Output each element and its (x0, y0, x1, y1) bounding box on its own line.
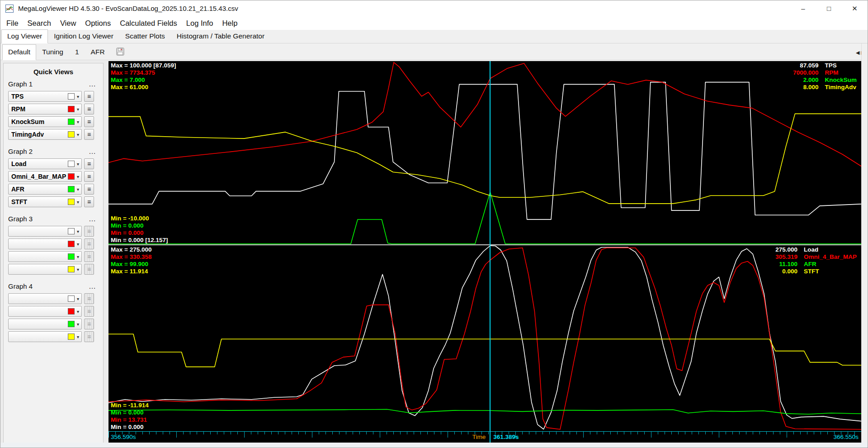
timeline-tick (590, 432, 590, 434)
view-tab-afr[interactable]: AFR (85, 44, 111, 60)
channel-select[interactable]: ▾ (8, 226, 82, 237)
channel-color-swatch (68, 241, 75, 247)
legend-name: RPM (825, 69, 838, 76)
group-menu-button[interactable]: … (89, 149, 98, 154)
minimize-button[interactable]: – (790, 0, 816, 17)
channel-select[interactable]: ▾ (8, 238, 82, 249)
save-view-button[interactable] (114, 46, 126, 57)
timeline-tick (665, 432, 665, 434)
channel-row: ▾≡ (8, 293, 99, 304)
channel-menu-button[interactable]: ≡ (84, 158, 94, 169)
tab-scatter-plots[interactable]: Scatter Plots (119, 29, 171, 43)
graph1-max-labels: Max = 100.000 [87.059]Max = 7734.375Max … (111, 62, 176, 91)
channel-select-omni-4-bar-map[interactable]: Omni_4_Bar_MAP▾ (8, 171, 82, 182)
timeline-tick (258, 432, 258, 434)
channel-menu-button[interactable]: ≡ (84, 184, 94, 195)
channel-label: STFT (11, 198, 68, 205)
channel-color-swatch (68, 308, 75, 315)
timeline-tick (441, 432, 441, 434)
channel-select-knocksum[interactable]: KnockSum▾ (8, 116, 82, 127)
timeline-tick (197, 432, 197, 434)
channel-select[interactable]: ▾ (8, 264, 82, 275)
menu-item-options[interactable]: Options (80, 19, 115, 28)
timeline-tick (787, 432, 787, 438)
timeline-tick (380, 432, 380, 438)
channel-menu-button[interactable]: ≡ (84, 129, 94, 140)
timeline-tick (698, 432, 699, 434)
channel-menu-button[interactable]: ≡ (84, 116, 94, 127)
timeline[interactable]: 356.590s Time 361.389s 366.550s (108, 431, 861, 443)
channel-menu-button[interactable]: ≡ (84, 104, 94, 114)
timeline-tick (726, 432, 726, 434)
channel-menu-button[interactable]: ≡ (84, 171, 94, 182)
menu-item-search[interactable]: Search (23, 19, 56, 28)
group-menu-button[interactable]: … (89, 82, 98, 86)
channel-select-timingadv[interactable]: TimingAdv▾ (8, 129, 82, 140)
main-tab-bar: Log ViewerIgnition Log ViewerScatter Plo… (0, 30, 868, 43)
timeline-tick (685, 432, 685, 434)
timeline-tick (522, 432, 523, 434)
tab-histogram-table-generator[interactable]: Histogram / Table Generator (171, 29, 270, 43)
timeline-tick (549, 432, 550, 434)
channel-select[interactable]: ▾ (8, 306, 82, 317)
channel-label: RPM (11, 105, 68, 113)
menu-item-calculated-fields[interactable]: Calculated Fields (115, 19, 182, 28)
graph2-pane[interactable]: Max = 275.000Max = 330.358Max = 99.900Ma… (108, 245, 861, 431)
channel-color-swatch (68, 321, 75, 327)
timeline-tick (203, 432, 204, 434)
tab-ignition-log-viewer[interactable]: Ignition Log Viewer (48, 29, 119, 43)
timeline-tick (746, 432, 746, 434)
view-tab-default[interactable]: Default (2, 44, 36, 60)
maximize-button[interactable]: □ (816, 0, 842, 17)
timeline-tick (454, 432, 455, 434)
timeline-tick (292, 432, 292, 434)
bottom-edge (0, 443, 868, 448)
group-menu-button[interactable]: … (89, 284, 98, 289)
legend-value: 11.100 (779, 261, 797, 268)
menu-item-file[interactable]: File (2, 19, 23, 28)
channel-select-load[interactable]: Load▾ (8, 158, 82, 169)
timeline-tick (766, 432, 767, 434)
channel-color-swatch (68, 161, 75, 167)
timeline-tick (780, 432, 780, 434)
channel-color-swatch (68, 106, 75, 112)
timeline-tick (678, 432, 679, 434)
timeline-tick (366, 432, 367, 434)
menu-item-log-info[interactable]: Log Info (182, 19, 218, 28)
min-label: Min = 0.000 [12.157] (111, 237, 168, 244)
channel-select[interactable]: ▾ (8, 293, 82, 304)
view-tab-1[interactable]: 1 (69, 44, 85, 60)
channel-menu-button[interactable]: ≡ (84, 196, 94, 207)
view-tab-tuning[interactable]: Tuning (36, 44, 69, 60)
channel-select-rpm[interactable]: RPM▾ (8, 104, 82, 114)
app-icon (5, 5, 14, 13)
chart-cursor-line[interactable] (490, 61, 491, 443)
channel-select[interactable]: ▾ (8, 251, 82, 262)
legend-value: 87.059 (800, 62, 818, 69)
chevron-down-icon: ▾ (77, 334, 79, 339)
menu-item-view[interactable]: View (56, 19, 80, 28)
group-menu-button[interactable]: … (89, 217, 98, 221)
max-label: Max = 11.914 (111, 268, 151, 275)
channel-select[interactable]: ▾ (8, 319, 82, 329)
vertical-scrollbar[interactable] (861, 43, 868, 443)
quick-views-title: Quick Views (4, 63, 103, 77)
timeline-tick (170, 432, 170, 434)
channel-select[interactable]: ▾ (8, 331, 82, 342)
chart-area[interactable]: Max = 100.000 [87.059]Max = 7734.375Max … (108, 61, 861, 443)
channel-color-swatch (68, 119, 75, 125)
graph1-pane[interactable]: Max = 100.000 [87.059]Max = 7734.375Max … (108, 61, 861, 244)
tab-log-viewer[interactable]: Log Viewer (1, 29, 48, 43)
tab-scroll-left-icon[interactable]: ◀ (856, 50, 861, 55)
channel-color-swatch (68, 131, 75, 138)
menu-item-help[interactable]: Help (217, 19, 242, 28)
close-button[interactable]: ✕ (842, 0, 868, 17)
channel-select-tps[interactable]: TPS▾ (8, 91, 82, 102)
min-label: Min = -10.000 (111, 215, 168, 222)
legend-value: 275.000 (775, 246, 797, 253)
channel-select-afr[interactable]: AFR▾ (8, 184, 82, 195)
max-label: Max = 275.000 (111, 246, 151, 253)
channel-menu-button[interactable]: ≡ (84, 91, 94, 102)
channel-select-stft[interactable]: STFT▾ (8, 196, 82, 207)
chevron-down-icon: ▾ (77, 119, 79, 124)
